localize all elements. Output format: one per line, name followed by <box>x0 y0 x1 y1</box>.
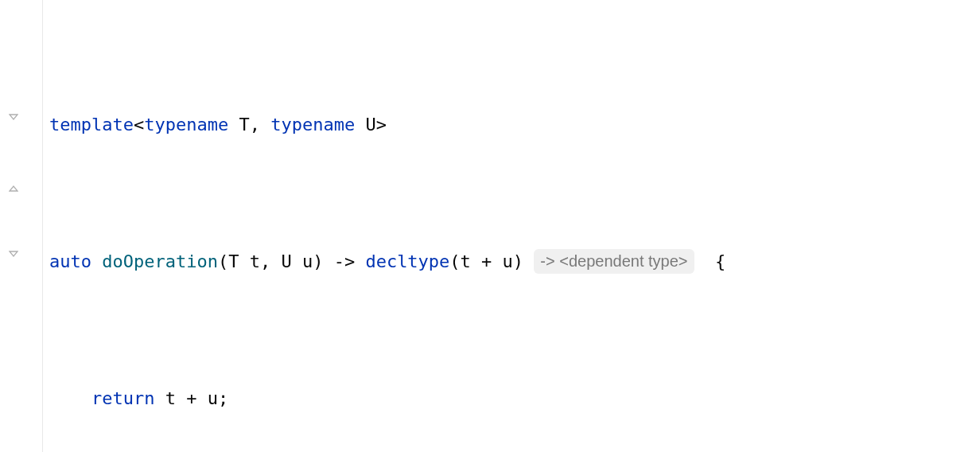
gutter <box>0 0 43 452</box>
keyword-typename: typename <box>144 115 228 134</box>
fold-close-icon[interactable] <box>9 393 18 403</box>
fold-open-icon[interactable] <box>9 182 18 192</box>
code-area[interactable]: template<typename T, typename U> auto do… <box>43 0 725 452</box>
fold-close-icon[interactable] <box>9 114 18 123</box>
keyword-template: template <box>49 115 134 134</box>
code-editor[interactable]: template<typename T, typename U> auto do… <box>0 0 980 452</box>
keyword-return: return <box>91 388 154 408</box>
keyword-decltype: decltype <box>365 251 449 271</box>
inlay-hint-return-type: -> <dependent type> <box>534 249 694 274</box>
keyword-typename: typename <box>270 115 355 134</box>
keyword-auto: auto <box>49 251 91 271</box>
code-line[interactable]: template<typename T, typename U> <box>49 107 725 142</box>
function-name: doOperation <box>102 251 218 271</box>
code-line[interactable]: return t + u; <box>49 381 725 415</box>
code-line[interactable]: auto doOperation(T t, U u) -> decltype(t… <box>49 244 725 279</box>
fold-open-icon[interactable] <box>9 45 18 55</box>
